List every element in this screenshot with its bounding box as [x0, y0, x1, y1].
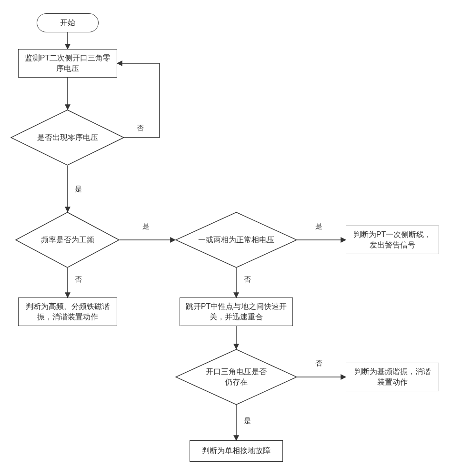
edge-label-no: 否 [243, 275, 252, 284]
decision-zero-seq: 是否出现零序电压 [10, 109, 124, 166]
node-label: 判断为PT一次侧断线，发出警告信号 [351, 229, 434, 251]
edge-label-no: 否 [314, 359, 323, 368]
node-label: 判断为高频、分频铁磁谐振，消谐装置动作 [23, 301, 112, 323]
edge-label-no: 否 [136, 124, 145, 133]
process-hf-resonance: 判断为高频、分频铁磁谐振，消谐装置动作 [18, 298, 117, 326]
node-label: 是否出现零序电压 [35, 130, 100, 145]
node-label: 开口三角电压是否仍存在 [201, 365, 272, 390]
edge-label-yes: 是 [243, 416, 252, 426]
process-trip-reclose: 跳开PT中性点与地之间快速开关，并迅速重合 [180, 298, 293, 326]
node-label: 频率是否为工频 [39, 233, 96, 247]
decision-freq: 频率是否为工频 [15, 212, 120, 268]
node-label: 开始 [60, 18, 75, 28]
process-pt-open: 判断为PT一次侧断线，发出警告信号 [346, 226, 439, 254]
process-ground-fault: 判断为单相接地故障 [190, 440, 283, 462]
node-label: 监测PT二次侧开口三角零序电压 [23, 53, 112, 74]
node-label: 一或两相为正常相电压 [196, 233, 276, 247]
process-monitor: 监测PT二次侧开口三角零序电压 [18, 49, 117, 78]
node-label: 判断为基频谐振，消谐装置动作 [351, 367, 434, 388]
node-label: 判断为单相接地故障 [202, 446, 271, 456]
start-terminator: 开始 [37, 13, 99, 32]
edge-label-yes: 是 [314, 222, 323, 231]
edge-label-no: 否 [74, 275, 83, 284]
process-fund-resonance: 判断为基频谐振，消谐装置动作 [346, 363, 439, 391]
edge-label-yes: 是 [141, 222, 151, 231]
node-label: 跳开PT中性点与地之间快速开关，并迅速重合 [185, 301, 288, 323]
decision-phase-normal: 一或两相为正常相电压 [175, 212, 297, 268]
edge-label-yes: 是 [74, 185, 83, 194]
decision-still-exists: 开口三角电压是否仍存在 [175, 349, 297, 405]
